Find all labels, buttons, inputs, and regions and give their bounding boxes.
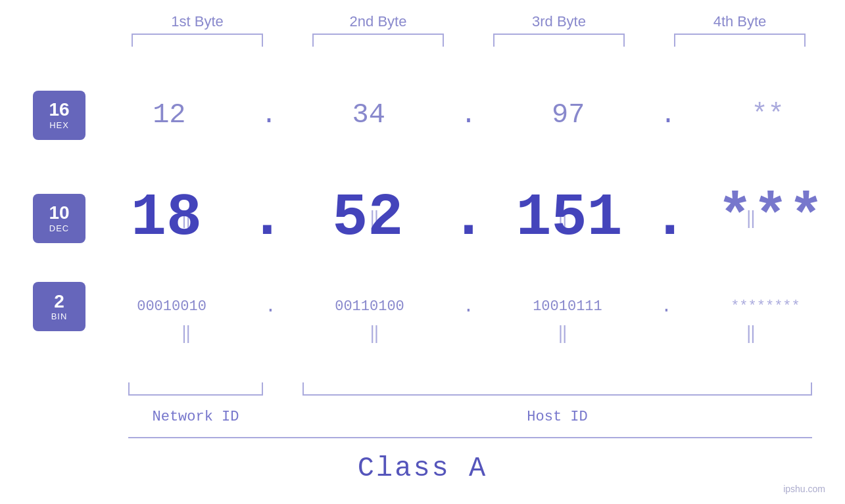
main-container: 1st Byte 2nd Byte 3rd Byte 4th Byte 16 H… bbox=[0, 0, 845, 504]
dec-row: 10 DEC 18 . 52 . 151 . *** bbox=[0, 185, 845, 252]
dec-dot3: . bbox=[652, 185, 688, 252]
hex-byte4: ** bbox=[702, 99, 834, 131]
hex-values: 12 . 34 . 97 . ** bbox=[92, 99, 845, 131]
dec-byte2-value: 52 bbox=[332, 185, 403, 252]
dec-byte4: *** bbox=[705, 185, 836, 252]
eq2-cell3: ‖ bbox=[497, 323, 629, 344]
hex-byte1-value: 12 bbox=[153, 99, 185, 131]
dec-badge-number: 10 bbox=[49, 203, 69, 223]
bracket-byte1 bbox=[132, 34, 263, 47]
hex-row: 16 HEX 12 . 34 . 97 . ** bbox=[0, 99, 845, 131]
bin-byte2-value: 00110100 bbox=[335, 298, 404, 315]
hex-byte2: 34 bbox=[303, 99, 435, 131]
byte2-header: 2nd Byte bbox=[306, 13, 450, 30]
class-label: Class A bbox=[0, 453, 845, 484]
dec-dot2: . bbox=[450, 185, 486, 252]
bin-badge: 2 BIN bbox=[33, 282, 85, 331]
hex-byte4-value: ** bbox=[751, 99, 784, 131]
hex-byte3: 97 bbox=[502, 99, 634, 131]
network-id-label: Network ID bbox=[128, 409, 263, 425]
bin-badge-label: BIN bbox=[51, 311, 68, 321]
host-id-label: Host ID bbox=[302, 409, 812, 425]
bin-byte4: ******** bbox=[700, 298, 831, 315]
dec-byte3-value: 151 bbox=[516, 185, 623, 252]
bracket-byte4 bbox=[674, 34, 806, 47]
bin-byte1-value: 00010010 bbox=[137, 298, 206, 315]
bin-dot3: . bbox=[661, 296, 672, 317]
host-bracket bbox=[302, 382, 812, 396]
bin-byte3: 10010111 bbox=[502, 298, 633, 315]
hex-byte1: 12 bbox=[103, 99, 235, 131]
bin-byte1: 00010010 bbox=[106, 298, 237, 315]
bin-row: 2 BIN 00010010 . 00110100 . 10010111 . * bbox=[0, 296, 845, 317]
dec-dot1: . bbox=[249, 185, 285, 252]
bracket-byte3 bbox=[493, 34, 625, 47]
network-bracket bbox=[128, 382, 263, 396]
bin-dot1: . bbox=[265, 296, 276, 317]
watermark: ipshu.com bbox=[783, 484, 825, 494]
hex-badge-label: HEX bbox=[49, 120, 69, 130]
hex-badge-number: 16 bbox=[49, 100, 69, 120]
content-area: 16 HEX 12 . 34 . 97 . ** bbox=[0, 47, 845, 504]
bin-byte4-value: ******** bbox=[731, 298, 800, 315]
bottom-line bbox=[128, 437, 812, 438]
bracket-byte2 bbox=[312, 34, 444, 47]
dec-values: 18 . 52 . 151 . *** bbox=[92, 185, 845, 252]
dec-byte2: 52 bbox=[302, 185, 433, 252]
byte4-header: 4th Byte bbox=[667, 13, 812, 30]
hex-dot1: . bbox=[261, 101, 277, 130]
bin-values: 00010010 . 00110100 . 10010111 . *******… bbox=[92, 296, 845, 317]
eq2-cell1: ‖ bbox=[120, 323, 252, 344]
dec-byte1-value: 18 bbox=[131, 185, 202, 252]
top-brackets bbox=[107, 34, 831, 47]
hex-badge: 16 HEX bbox=[33, 91, 85, 140]
bin-dot2: . bbox=[463, 296, 474, 317]
dec-badge-label: DEC bbox=[49, 223, 69, 233]
eq2-cell2: ‖ bbox=[308, 323, 440, 344]
hex-byte2-value: 34 bbox=[352, 99, 385, 131]
hex-dot2: . bbox=[460, 101, 476, 130]
equals-row-2: ‖ ‖ ‖ ‖ bbox=[92, 323, 845, 344]
bin-badge-number: 2 bbox=[54, 292, 64, 312]
dec-badge: 10 DEC bbox=[33, 194, 85, 243]
byte1-header: 1st Byte bbox=[125, 13, 270, 30]
bin-byte3-value: 10010111 bbox=[533, 298, 602, 315]
dec-byte1: 18 bbox=[101, 185, 232, 252]
dec-byte3: 151 bbox=[504, 185, 635, 252]
eq2-cell4: ‖ bbox=[685, 323, 817, 344]
byte-headers: 1st Byte 2nd Byte 3rd Byte 4th Byte bbox=[107, 13, 831, 30]
hex-dot3: . bbox=[660, 101, 676, 130]
hex-byte3-value: 97 bbox=[552, 99, 585, 131]
bin-byte2: 00110100 bbox=[304, 298, 435, 315]
dec-byte4-value: *** bbox=[717, 185, 824, 252]
byte3-header: 3rd Byte bbox=[487, 13, 631, 30]
